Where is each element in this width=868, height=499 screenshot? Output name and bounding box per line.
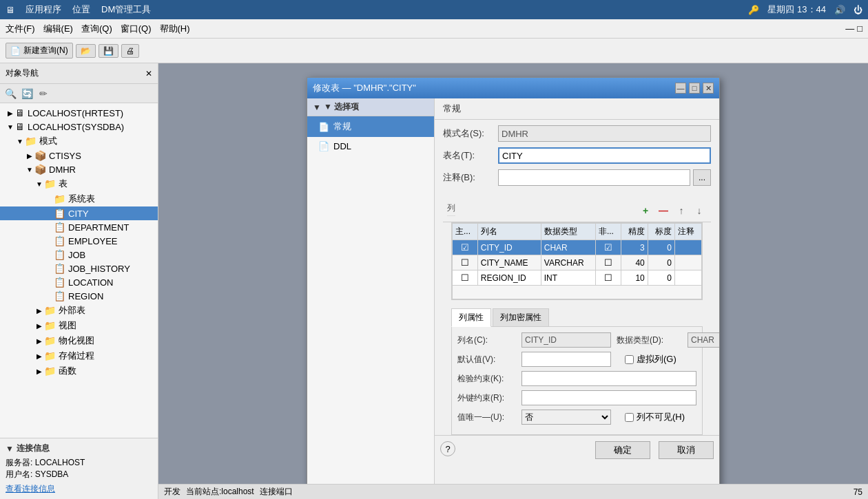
taskbar-position[interactable]: 位置 xyxy=(72,3,90,16)
conn-user: 用户名: SYSDBA xyxy=(6,469,152,480)
modal-max-btn[interactable]: □ xyxy=(689,83,700,94)
col-th-type: 数据类型 xyxy=(541,224,595,240)
attr-data-type-input[interactable] xyxy=(688,332,719,348)
tree-item-ctisys[interactable]: ▶ 📦 CTISYS xyxy=(0,149,158,162)
attr-default-input[interactable] xyxy=(521,352,611,367)
schema-input[interactable] xyxy=(498,125,711,142)
conn-server: 服务器: LOCALHOST xyxy=(6,457,152,469)
table-row[interactable]: ☐ CITY_NAME VARCHAR ☐ 40 xyxy=(453,255,702,270)
modal-sidebar-item-ddl[interactable]: 📄 DDL xyxy=(307,137,434,156)
tree-item-job-history[interactable]: 📋 JOB_HISTORY xyxy=(0,262,158,275)
attr-fk-input[interactable] xyxy=(521,390,696,405)
move-down-btn[interactable]: ↓ xyxy=(692,204,707,217)
sidebar: 对象导航 ✕ 🔍 🔄 ✏ ▶ 🖥 LOCALHOST(HRTEST) xyxy=(0,63,158,499)
ok-btn[interactable]: 确定 xyxy=(595,441,650,459)
attr-unique-select[interactable]: 否 是 xyxy=(521,410,611,425)
comment-input[interactable] xyxy=(498,169,690,186)
modal-overlay: 修改表 — "DMHR"."CITY" — □ ✕ ▼ xyxy=(158,63,868,499)
columns-label: 列 xyxy=(447,202,455,216)
menu-file[interactable]: 文件(F) xyxy=(6,23,35,35)
save-btn[interactable]: 💾 xyxy=(99,44,118,58)
attr-col-name-input[interactable] xyxy=(521,332,611,348)
modal-title-btns: — □ ✕ xyxy=(675,83,714,94)
close-nav-icon[interactable]: ✕ xyxy=(145,69,152,78)
tree-item-localhost-hrtest[interactable]: ▶ 🖥 LOCALHOST(HRTEST) xyxy=(0,106,158,120)
tree-item-tables[interactable]: ▼ 📁 表 xyxy=(0,176,158,191)
col-th-name: 列名 xyxy=(477,224,541,240)
col-th-notnull: 非... xyxy=(595,224,621,240)
tree-item-procedures[interactable]: ▶ 📁 存储过程 xyxy=(0,348,158,363)
attr-col-name-label: 列名(C): xyxy=(457,335,516,346)
menu-edit[interactable]: 编辑(E) xyxy=(43,23,73,35)
taskbar-power-icon: ⏻ xyxy=(854,5,862,15)
table-row[interactable]: ☐ REGION_ID INT ☐ 10 xyxy=(453,270,702,286)
columns-section: 列 + — ↑ ↓ xyxy=(435,197,719,306)
modal-sidebar: ▼ ▼ 选择项 📄 常规 📄 DDL xyxy=(307,98,435,499)
modal-sidebar-item-general[interactable]: 📄 常规 xyxy=(307,116,434,137)
tree-item-location[interactable]: 📋 LOCATION xyxy=(0,275,158,289)
table-name-input[interactable] xyxy=(498,147,711,164)
modal-footer: ? 确定 取消 xyxy=(435,435,719,465)
menu-window[interactable]: 窗口(Q) xyxy=(121,23,152,35)
columns-table: 主... 列名 数据类型 非... 精度 标度 注释 xyxy=(452,223,702,299)
modal-min-btn[interactable]: — xyxy=(675,83,686,94)
cancel-btn[interactable]: 取消 xyxy=(659,441,714,459)
tree-item-region[interactable]: 📋 REGION xyxy=(0,289,158,303)
help-icon[interactable]: ? xyxy=(440,441,455,456)
new-query-btn[interactable]: 📄 新建查询(N) xyxy=(6,43,73,59)
app-toolbar: 📄 新建查询(N) 📂 💾 🖨 xyxy=(0,39,868,63)
modal-close-btn[interactable]: ✕ xyxy=(703,83,714,94)
cell-notnull: ☑ xyxy=(595,240,621,255)
tree-item-employee[interactable]: 📋 EMPLOYEE xyxy=(0,234,158,248)
object-nav-label: 对象导航 xyxy=(6,67,39,79)
app-menubar: 文件(F) 编辑(E) 查询(Q) 窗口(Q) 帮助(H) — □ xyxy=(0,19,868,39)
cell-primary: ☐ xyxy=(453,255,478,270)
col-th-primary: 主... xyxy=(453,224,478,240)
status-mode: 开发 xyxy=(164,486,180,498)
print-btn[interactable]: 🖨 xyxy=(121,44,139,58)
invisible-col-checkbox[interactable] xyxy=(625,413,634,422)
tree-item-localhost-sysdba[interactable]: ▼ 🖥 LOCALHOST(SYSDBA) xyxy=(0,120,158,134)
table-row[interactable]: ☑ CITY_ID CHAR ☑ 3 xyxy=(453,240,702,255)
app-min-btn[interactable]: — xyxy=(845,23,854,34)
add-col-btn[interactable]: + xyxy=(638,204,653,217)
attr-check-input[interactable] xyxy=(521,371,696,386)
tree-item-schema[interactable]: ▼ 📁 模式 xyxy=(0,134,158,149)
taskbar-right: 🔑 星期四 13：44 🔊 ⏻ xyxy=(748,3,862,16)
taskbar-dmtools[interactable]: DM管理工具 xyxy=(101,3,151,16)
tab-col-encrypt[interactable]: 列加密属性 xyxy=(493,308,549,326)
move-up-btn[interactable]: ↑ xyxy=(674,204,689,217)
cell-notnull: ☐ xyxy=(595,255,621,270)
tree-item-job[interactable]: 📋 JOB xyxy=(0,248,158,262)
tree-item-views[interactable]: ▶ 📁 视图 xyxy=(0,318,158,333)
status-conn: 连接端口 xyxy=(260,486,293,498)
tab-col-attr[interactable]: 列属性 xyxy=(451,308,491,327)
sidebar-refresh-icon[interactable]: 🔄 xyxy=(19,86,34,101)
tree-item-sys-tables[interactable]: 📁 系统表 xyxy=(0,191,158,206)
remove-col-btn[interactable]: — xyxy=(656,204,671,217)
menu-help[interactable]: 帮助(H) xyxy=(160,23,190,35)
cell-type: CHAR xyxy=(541,240,595,255)
tree-item-functions[interactable]: ▶ 📁 函数 xyxy=(0,363,158,379)
tree-item-dmhr[interactable]: ▼ 📦 DMHR xyxy=(0,162,158,176)
app-window: 文件(F) 编辑(E) 查询(Q) 窗口(Q) 帮助(H) — □ 📄 新建查询… xyxy=(0,19,868,499)
virtual-col-checkbox[interactable] xyxy=(625,355,634,364)
tree-item-department[interactable]: 📋 DEPARTMENT xyxy=(0,220,158,234)
schema-row: 模式名(S): xyxy=(443,125,711,142)
tree-item-external[interactable]: ▶ 📁 外部表 xyxy=(0,303,158,318)
open-btn[interactable]: 📂 xyxy=(76,44,96,58)
comment-browse-btn[interactable]: ... xyxy=(693,169,711,186)
taskbar: 🖥 应用程序 位置 DM管理工具 🔑 星期四 13：44 🔊 ⏻ xyxy=(0,0,868,19)
app-max-btn[interactable]: □ xyxy=(857,23,862,34)
cell-precision: 3 xyxy=(621,240,648,255)
sidebar-edit-icon[interactable]: ✏ xyxy=(36,86,51,101)
view-connection-link[interactable]: 查看连接信息 xyxy=(6,484,55,493)
menu-query[interactable]: 查询(Q) xyxy=(81,23,112,35)
tree: ▶ 🖥 LOCALHOST(HRTEST) ▼ 🖥 LOCALHOST(SYSD… xyxy=(0,103,158,438)
cell-comment xyxy=(674,240,701,255)
tree-item-matviews[interactable]: ▶ 📁 物化视图 xyxy=(0,333,158,348)
tree-item-city[interactable]: 📋 CITY xyxy=(0,206,158,220)
taskbar-apps[interactable]: 应用程序 xyxy=(25,3,61,16)
statusbar: 开发 当前站点:localhost 连接端口 75 xyxy=(158,484,868,499)
sidebar-search-icon[interactable]: 🔍 xyxy=(3,86,18,101)
